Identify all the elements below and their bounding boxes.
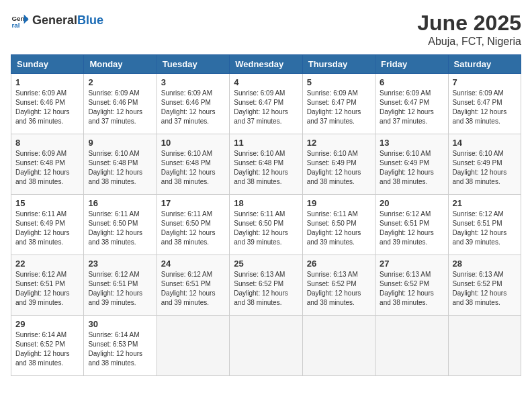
- table-row: [375, 316, 448, 376]
- day-number: 2: [88, 77, 152, 87]
- table-row: 23 Sunrise: 6:12 AM Sunset: 6:51 PM Dayl…: [84, 255, 157, 316]
- logo-text-blue: Blue: [77, 13, 103, 28]
- day-number: 21: [453, 198, 517, 208]
- day-number: 25: [234, 259, 298, 269]
- day-number: 10: [161, 138, 225, 148]
- table-row: [302, 316, 375, 376]
- day-number: 27: [380, 259, 443, 269]
- day-number: 18: [234, 198, 298, 208]
- calendar-row: 15 Sunrise: 6:11 AM Sunset: 6:49 PM Dayl…: [11, 195, 521, 255]
- day-info: Sunrise: 6:09 AM Sunset: 6:47 PM Dayligh…: [307, 89, 371, 126]
- table-row: 16 Sunrise: 6:11 AM Sunset: 6:50 PM Dayl…: [84, 195, 157, 255]
- table-row: 10 Sunrise: 6:10 AM Sunset: 6:48 PM Dayl…: [157, 134, 229, 195]
- table-row: 28 Sunrise: 6:13 AM Sunset: 6:52 PM Dayl…: [448, 255, 521, 316]
- table-row: 11 Sunrise: 6:10 AM Sunset: 6:48 PM Dayl…: [230, 134, 302, 195]
- table-row: 18 Sunrise: 6:11 AM Sunset: 6:50 PM Dayl…: [230, 195, 302, 255]
- table-row: 30 Sunrise: 6:14 AM Sunset: 6:53 PM Dayl…: [84, 316, 157, 376]
- logo-icon: Gene ral: [11, 11, 30, 30]
- day-number: 6: [380, 77, 443, 87]
- day-number: 19: [307, 198, 371, 208]
- day-info: Sunrise: 6:13 AM Sunset: 6:52 PM Dayligh…: [307, 270, 371, 308]
- table-row: 21 Sunrise: 6:12 AM Sunset: 6:51 PM Dayl…: [448, 195, 521, 255]
- calendar-header-row: Sunday Monday Tuesday Wednesday Thursday…: [11, 55, 521, 74]
- day-info: Sunrise: 6:10 AM Sunset: 6:49 PM Dayligh…: [380, 149, 443, 187]
- day-info: Sunrise: 6:11 AM Sunset: 6:50 PM Dayligh…: [307, 210, 371, 247]
- table-row: 27 Sunrise: 6:13 AM Sunset: 6:52 PM Dayl…: [375, 255, 448, 316]
- table-row: 5 Sunrise: 6:09 AM Sunset: 6:47 PM Dayli…: [302, 74, 375, 134]
- col-wednesday: Wednesday: [230, 55, 302, 74]
- col-saturday: Saturday: [448, 55, 521, 74]
- day-info: Sunrise: 6:12 AM Sunset: 6:51 PM Dayligh…: [453, 210, 517, 247]
- table-row: 22 Sunrise: 6:12 AM Sunset: 6:51 PM Dayl…: [11, 255, 84, 316]
- table-row: 15 Sunrise: 6:11 AM Sunset: 6:49 PM Dayl…: [11, 195, 84, 255]
- day-info: Sunrise: 6:09 AM Sunset: 6:48 PM Dayligh…: [15, 149, 79, 187]
- day-info: Sunrise: 6:14 AM Sunset: 6:52 PM Dayligh…: [15, 330, 79, 368]
- day-info: Sunrise: 6:10 AM Sunset: 6:48 PM Dayligh…: [161, 149, 225, 187]
- title-area: June 2025 Abuja, FCT, Nigeria: [417, 11, 521, 48]
- table-row: 3 Sunrise: 6:09 AM Sunset: 6:46 PM Dayli…: [157, 74, 229, 134]
- table-row: 7 Sunrise: 6:09 AM Sunset: 6:47 PM Dayli…: [448, 74, 521, 134]
- day-info: Sunrise: 6:12 AM Sunset: 6:51 PM Dayligh…: [380, 210, 443, 247]
- day-number: 3: [161, 77, 225, 87]
- col-thursday: Thursday: [302, 55, 375, 74]
- logo-text-general: General: [32, 13, 77, 28]
- day-info: Sunrise: 6:14 AM Sunset: 6:53 PM Dayligh…: [88, 330, 152, 368]
- table-row: 8 Sunrise: 6:09 AM Sunset: 6:48 PM Dayli…: [11, 134, 84, 195]
- day-info: Sunrise: 6:12 AM Sunset: 6:51 PM Dayligh…: [15, 270, 79, 308]
- day-info: Sunrise: 6:13 AM Sunset: 6:52 PM Dayligh…: [380, 270, 443, 308]
- day-info: Sunrise: 6:11 AM Sunset: 6:49 PM Dayligh…: [15, 210, 79, 247]
- day-info: Sunrise: 6:09 AM Sunset: 6:46 PM Dayligh…: [88, 89, 152, 126]
- table-row: 9 Sunrise: 6:10 AM Sunset: 6:48 PM Dayli…: [84, 134, 157, 195]
- day-info: Sunrise: 6:11 AM Sunset: 6:50 PM Dayligh…: [161, 210, 225, 247]
- table-row: 17 Sunrise: 6:11 AM Sunset: 6:50 PM Dayl…: [157, 195, 229, 255]
- table-row: 14 Sunrise: 6:10 AM Sunset: 6:49 PM Dayl…: [448, 134, 521, 195]
- day-info: Sunrise: 6:09 AM Sunset: 6:47 PM Dayligh…: [234, 89, 298, 126]
- table-row: 24 Sunrise: 6:12 AM Sunset: 6:51 PM Dayl…: [157, 255, 229, 316]
- col-monday: Monday: [84, 55, 157, 74]
- day-number: 11: [234, 138, 298, 148]
- table-row: 4 Sunrise: 6:09 AM Sunset: 6:47 PM Dayli…: [230, 74, 302, 134]
- day-number: 22: [15, 259, 79, 269]
- day-number: 24: [161, 259, 225, 269]
- day-number: 29: [15, 319, 79, 329]
- day-number: 1: [15, 77, 79, 87]
- day-info: Sunrise: 6:10 AM Sunset: 6:48 PM Dayligh…: [234, 149, 298, 187]
- table-row: 29 Sunrise: 6:14 AM Sunset: 6:52 PM Dayl…: [11, 316, 84, 376]
- svg-text:ral: ral: [11, 21, 19, 29]
- main-title: June 2025: [417, 11, 521, 36]
- day-number: 30: [88, 319, 152, 329]
- day-number: 12: [307, 138, 371, 148]
- calendar-row: 29 Sunrise: 6:14 AM Sunset: 6:52 PM Dayl…: [11, 316, 521, 376]
- header: Gene ral GeneralBlue June 2025 Abuja, FC…: [11, 11, 521, 48]
- day-info: Sunrise: 6:10 AM Sunset: 6:49 PM Dayligh…: [453, 149, 517, 187]
- table-row: 13 Sunrise: 6:10 AM Sunset: 6:49 PM Dayl…: [375, 134, 448, 195]
- day-number: 26: [307, 259, 371, 269]
- day-info: Sunrise: 6:09 AM Sunset: 6:47 PM Dayligh…: [453, 89, 517, 126]
- table-row: [157, 316, 229, 376]
- table-row: [448, 316, 521, 376]
- col-friday: Friday: [375, 55, 448, 74]
- day-number: 28: [453, 259, 517, 269]
- table-row: 6 Sunrise: 6:09 AM Sunset: 6:47 PM Dayli…: [375, 74, 448, 134]
- day-number: 9: [88, 138, 152, 148]
- day-number: 5: [307, 77, 371, 87]
- day-info: Sunrise: 6:10 AM Sunset: 6:48 PM Dayligh…: [88, 149, 152, 187]
- calendar-row: 8 Sunrise: 6:09 AM Sunset: 6:48 PM Dayli…: [11, 134, 521, 195]
- day-info: Sunrise: 6:13 AM Sunset: 6:52 PM Dayligh…: [234, 270, 298, 308]
- day-number: 17: [161, 198, 225, 208]
- day-info: Sunrise: 6:11 AM Sunset: 6:50 PM Dayligh…: [88, 210, 152, 247]
- table-row: 25 Sunrise: 6:13 AM Sunset: 6:52 PM Dayl…: [230, 255, 302, 316]
- day-number: 20: [380, 198, 443, 208]
- day-info: Sunrise: 6:09 AM Sunset: 6:46 PM Dayligh…: [15, 89, 79, 126]
- table-row: 20 Sunrise: 6:12 AM Sunset: 6:51 PM Dayl…: [375, 195, 448, 255]
- calendar-row: 22 Sunrise: 6:12 AM Sunset: 6:51 PM Dayl…: [11, 255, 521, 316]
- day-number: 8: [15, 138, 79, 148]
- day-info: Sunrise: 6:13 AM Sunset: 6:52 PM Dayligh…: [453, 270, 517, 308]
- day-number: 15: [15, 198, 79, 208]
- subtitle: Abuja, FCT, Nigeria: [417, 36, 521, 48]
- day-info: Sunrise: 6:12 AM Sunset: 6:51 PM Dayligh…: [161, 270, 225, 308]
- col-sunday: Sunday: [11, 55, 84, 74]
- col-tuesday: Tuesday: [157, 55, 229, 74]
- day-number: 4: [234, 77, 298, 87]
- table-row: 26 Sunrise: 6:13 AM Sunset: 6:52 PM Dayl…: [302, 255, 375, 316]
